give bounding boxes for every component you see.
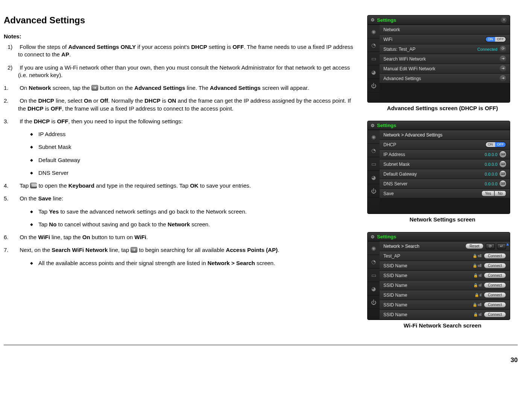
- caption-2: Network Settings screen: [367, 216, 518, 223]
- device-side-icon[interactable]: ▭: [368, 52, 380, 65]
- step-2: 2. On the DHCP line, select On or Off. N…: [18, 97, 356, 112]
- lock-icon: 🔒: [473, 254, 477, 258]
- screenshot-wifi-search: ⚙ Settings ◉ ◔ ▭ ◕ ⏻ ▲ Network > Search: [367, 232, 518, 329]
- reset-button[interactable]: Reset: [465, 243, 483, 249]
- connect-button[interactable]: Connect: [484, 302, 506, 308]
- keyboard-icon[interactable]: ⌨: [500, 151, 506, 158]
- bullet-subnet: Subnet Mask: [30, 143, 356, 151]
- device-side-icon[interactable]: ▭: [368, 268, 380, 282]
- caption-1: Advanced Settings screen (DHCP is OFF): [367, 105, 518, 111]
- lock-icon: 🔒: [473, 273, 478, 277]
- page-number: 30: [4, 356, 518, 364]
- connect-button[interactable]: Connect: [484, 263, 506, 268]
- settings-title: Settings: [377, 17, 501, 23]
- settings-bullets: IP Address Subnet Mask Default Gateway D…: [30, 130, 356, 177]
- power-side-icon[interactable]: ⏻: [368, 296, 380, 309]
- ssid-row[interactable]: SSID Name 🔒ııll Connect: [380, 261, 510, 271]
- save-row[interactable]: Save YesNo: [380, 189, 510, 199]
- go-icon[interactable]: ➔: [500, 75, 506, 82]
- device-sidebar: ◉ ◔ ▭ ◕ ⏻: [368, 25, 380, 102]
- chart-side-icon[interactable]: ◕: [368, 65, 380, 79]
- wifi-side-icon[interactable]: ◉: [368, 241, 380, 255]
- wifi-side-icon[interactable]: ◉: [368, 25, 380, 38]
- chart-side-icon[interactable]: ◕: [368, 282, 380, 296]
- step-7: 7. Next, on the Search WiFi Network line…: [18, 246, 356, 254]
- device-sidebar: ◉ ◔ ▭ ◕ ⏻: [368, 130, 380, 214]
- back-icon[interactable]: ↵: [497, 243, 506, 249]
- device-mock-1: ⚙ Settings ✕ ◉ ◔ ▭ ◕ ⏻ Network: [367, 15, 510, 103]
- advanced-settings-row[interactable]: Advanced Settings ➔: [380, 74, 510, 83]
- power-side-icon[interactable]: ⏻: [368, 184, 380, 198]
- ssid-row[interactable]: SSID Name 🔒ııll Connect: [380, 300, 510, 310]
- connect-button[interactable]: Connect: [484, 253, 506, 259]
- keyboard-icon[interactable]: ⌨: [500, 171, 506, 177]
- connect-button[interactable]: Connect: [484, 312, 506, 317]
- gateway-row[interactable]: Default Gateway 0.0.0.0 ⌨: [380, 169, 510, 179]
- wifi-row[interactable]: WiFi ONOFF: [380, 35, 510, 44]
- dhcp-row[interactable]: DHCP ONOFF: [380, 140, 510, 150]
- wifi-toggle[interactable]: ONOFF: [485, 36, 506, 42]
- lock-icon: 🔒: [474, 293, 479, 297]
- ssid-row[interactable]: SSID Name 🔒ııl Connect: [380, 271, 510, 281]
- power-side-icon[interactable]: ⏻: [368, 79, 380, 92]
- device-side-icon[interactable]: ▭: [368, 157, 380, 171]
- ap-row[interactable]: Test_AP 🔒ııll Connect: [380, 251, 510, 261]
- keyboard-icon: [30, 183, 37, 188]
- clock-side-icon[interactable]: ◔: [368, 38, 380, 52]
- dhcp-toggle[interactable]: ONOFF: [485, 142, 506, 147]
- step-6: 6. On the WiFi line, tap the On button t…: [18, 234, 356, 241]
- keyboard-icon[interactable]: ⌨: [500, 161, 506, 167]
- search-breadcrumb-row: Network > Search Reset ⟳ ↵: [380, 241, 510, 251]
- gateway-value: 0.0.0.0: [485, 172, 497, 176]
- step-4: 4. Tap to open the Keyboard and type in …: [18, 182, 356, 190]
- bullet-dns: DNS Server: [30, 169, 356, 177]
- subnet-row[interactable]: Subnet Mask 0.0.0.0 ⌨: [380, 159, 510, 169]
- step-3: 3. If the DHCP is OFF, then you need to …: [18, 118, 356, 125]
- step-1: 1. On Network screen, tap the button on …: [18, 84, 356, 92]
- yes-no-control[interactable]: YesNo: [482, 191, 506, 196]
- connect-button[interactable]: Connect: [484, 292, 506, 298]
- screenshot-advanced-settings: ⚙ Settings ✕ ◉ ◔ ▭ ◕ ⏻ Network: [367, 15, 518, 111]
- lock-icon: 🔒: [473, 283, 478, 287]
- arrow-icon: [131, 247, 137, 253]
- reconnect-icon[interactable]: ⟳: [500, 46, 506, 52]
- go-icon[interactable]: ➔: [500, 65, 506, 72]
- ssid-row[interactable]: SSID Name 🔒ııl Connect: [380, 281, 510, 290]
- screenshot-network-settings: ⚙ Settings ◉ ◔ ▭ ◕ ⏻ Network > Advanced …: [367, 121, 518, 223]
- wifi-side-icon[interactable]: ◉: [368, 130, 380, 144]
- subnet-value: 0.0.0.0: [485, 162, 497, 167]
- bullet-save-no: Tap No to cancel without saving and go b…: [30, 221, 356, 228]
- signal-icon: ııl: [479, 273, 482, 277]
- bullet-ip: IP Address: [30, 130, 356, 138]
- clock-side-icon[interactable]: ◔: [368, 144, 380, 157]
- keyboard-icon[interactable]: ⌨: [500, 180, 506, 187]
- ssid-row[interactable]: SSID Name 🔒ıl Connect: [380, 290, 510, 300]
- bullet-ap-list: All the available access points and thei…: [30, 259, 356, 267]
- signal-icon: ıl: [480, 293, 482, 297]
- chart-side-icon[interactable]: ◕: [368, 171, 380, 184]
- refresh-icon[interactable]: ⟳: [486, 243, 495, 249]
- note-1: 1) Follow the steps of Advanced Settings…: [18, 43, 356, 59]
- dns-row[interactable]: DNS Server 0.0.0.0 ⌨: [380, 179, 510, 189]
- manual-wifi-row[interactable]: Manual Edit WiFi Network ➔: [380, 64, 510, 74]
- network-header-row: Network: [380, 25, 510, 35]
- ip-row[interactable]: IP Address 0.0.0.0 ⌨: [380, 150, 510, 159]
- connect-button[interactable]: Connect: [484, 282, 506, 288]
- settings-title: Settings: [377, 234, 507, 240]
- gear-icon: ⚙: [371, 234, 375, 240]
- signal-icon: ııll: [478, 303, 482, 307]
- device-mock-2: ⚙ Settings ◉ ◔ ▭ ◕ ⏻ Network > Advanced …: [367, 121, 510, 214]
- connect-button[interactable]: Connect: [484, 273, 506, 278]
- close-icon[interactable]: ✕: [501, 17, 507, 23]
- clock-side-icon[interactable]: ◔: [368, 255, 380, 268]
- lock-icon: 🔒: [473, 312, 478, 317]
- go-icon[interactable]: ➔: [500, 56, 506, 62]
- search-wifi-row[interactable]: Search WiFi Network ➔: [380, 54, 510, 64]
- step-5: 5. On the Save line:: [18, 195, 356, 202]
- ssid-row[interactable]: SSID Name 🔒ııl Connect: [380, 310, 510, 320]
- signal-icon: ııll: [478, 254, 482, 258]
- scroll-up-icon[interactable]: ▲: [505, 241, 510, 247]
- connected-status: Connected: [477, 47, 497, 52]
- note-2: 2) If you are using a Wi-Fi network othe…: [18, 64, 356, 79]
- status-row[interactable]: Status: Test_AP Connected ⟳: [380, 44, 510, 54]
